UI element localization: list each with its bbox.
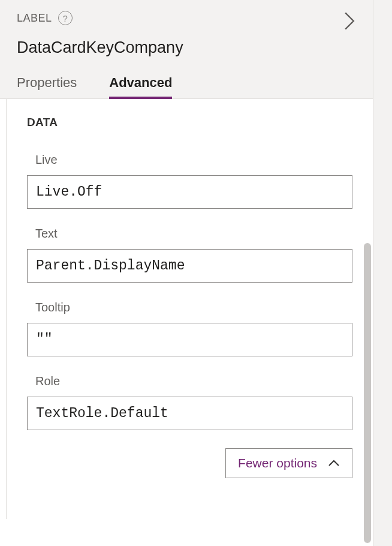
field-label-text: Text: [35, 227, 352, 241]
field-input-tooltip[interactable]: [27, 323, 352, 356]
panel-gutter: [373, 0, 392, 546]
field-label-live: Live: [35, 153, 352, 167]
field-label-role: Role: [35, 374, 352, 388]
field-input-live[interactable]: [27, 175, 352, 209]
field-label-tooltip: Tooltip: [35, 301, 352, 314]
fewer-options-button[interactable]: Fewer options: [225, 448, 352, 478]
field-text: Text: [27, 227, 352, 283]
control-name: DataCardKeyCompany: [17, 38, 356, 57]
field-live: Live: [27, 153, 352, 209]
fewer-options-label: Fewer options: [238, 456, 317, 470]
help-icon[interactable]: ?: [58, 11, 73, 25]
collapse-panel-button[interactable]: [343, 11, 356, 34]
tab-properties[interactable]: Properties: [17, 75, 77, 98]
field-input-text[interactable]: [27, 249, 352, 283]
chevron-up-icon: [328, 456, 340, 470]
section-title-data: DATA: [27, 116, 352, 129]
field-tooltip: Tooltip: [27, 301, 352, 356]
scrollbar-thumb[interactable]: [364, 243, 371, 543]
tab-advanced[interactable]: Advanced: [109, 75, 172, 99]
properties-panel: LABEL ? DataCardKeyCompany Properties Ad…: [0, 0, 373, 546]
field-role: Role: [27, 374, 352, 430]
control-type-label: LABEL: [17, 12, 52, 25]
properties-content: DATA Live Text Tooltip Role Fewer option…: [6, 99, 373, 519]
field-input-role[interactable]: [27, 397, 352, 430]
tabs: Properties Advanced: [17, 75, 356, 98]
panel-header: LABEL ? DataCardKeyCompany Properties Ad…: [0, 0, 373, 99]
